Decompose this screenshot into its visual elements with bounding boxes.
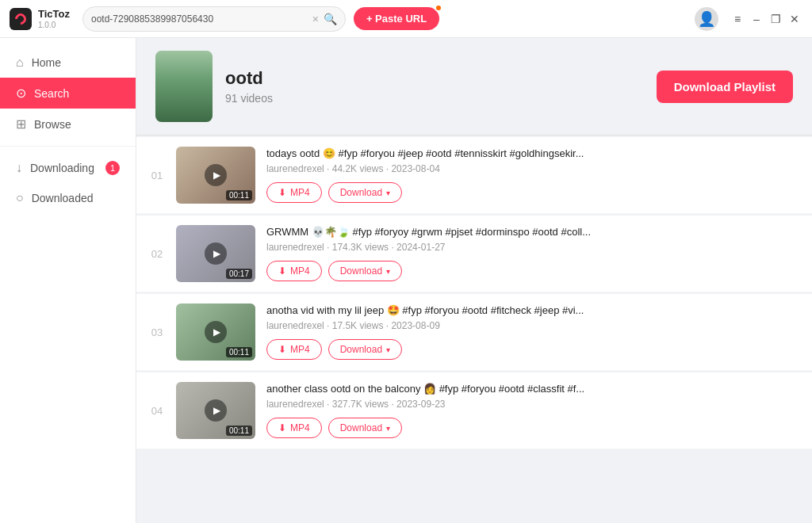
video-actions: ⬇ MP4 Download ▾: [266, 418, 799, 438]
playlist-videos-label: videos: [240, 92, 272, 105]
video-list-item: 04 ▶ 00:11 another class ootd on the bal…: [136, 372, 812, 449]
titlebar: TicToz 1.0.0 ootd-7290885389987056430 × …: [0, 0, 812, 38]
download-button[interactable]: Download ▾: [328, 261, 402, 281]
play-icon: ▶: [213, 326, 220, 338]
sidebar-divider: [0, 146, 136, 147]
download-label: Download: [340, 187, 382, 198]
avatar[interactable]: 👤: [695, 7, 718, 31]
app-name: TicToz: [38, 8, 70, 21]
restore-button[interactable]: ❐: [768, 11, 783, 27]
video-info: todays ootd 😊 #fyp #foryou #jeep #ootd #…: [266, 147, 799, 203]
video-number: 02: [149, 248, 165, 260]
browse-icon: ⊞: [16, 116, 26, 132]
video-meta: laurenedrexel · 17.5K views · 2023-08-09: [266, 320, 799, 331]
menu-icon[interactable]: ≡: [730, 11, 745, 27]
play-circle: ▶: [205, 164, 227, 186]
sidebar-item-downloaded[interactable]: ○ Downloaded: [0, 183, 136, 213]
video-title: todays ootd 😊 #fyp #foryou #jeep #ootd #…: [266, 147, 799, 159]
playlist-header: ootd 91 videos Download Playlist: [136, 38, 812, 136]
video-meta: laurenedrexel · 174.3K views · 2024-01-2…: [266, 242, 799, 253]
download-button[interactable]: Download ▾: [328, 182, 402, 203]
main-layout: ⌂ Home ⊙ Search ⊞ Browse ↓ Downloading 1…: [0, 38, 812, 523]
app-name-block: TicToz 1.0.0: [38, 8, 70, 29]
chevron-down-icon: ▾: [386, 189, 390, 197]
mp4-label: MP4: [290, 187, 310, 198]
download-label: Download: [340, 422, 382, 433]
url-clear-icon[interactable]: ×: [312, 13, 319, 25]
video-actions: ⬇ MP4 Download ▾: [266, 339, 799, 360]
download-label: Download: [340, 344, 382, 355]
video-info: GRWMM 💀🌴🍃 #fyp #foryoy #grwm #pjset #dor…: [266, 226, 799, 281]
mp4-label: MP4: [290, 422, 310, 433]
chevron-down-icon: ▾: [386, 345, 390, 354]
mp4-button[interactable]: ⬇ MP4: [266, 339, 322, 360]
video-title: anotha vid with my lil jeep 🤩 #fyp #fory…: [266, 304, 799, 316]
playlist-thumbnail: [155, 51, 213, 122]
playlist-meta: 91 videos: [225, 92, 644, 105]
video-list-item: 01 ▶ 00:11 todays ootd 😊 #fyp #foryou #j…: [136, 137, 812, 214]
sidebar-item-home[interactable]: ⌂ Home: [0, 48, 136, 78]
mp4-button[interactable]: ⬇ MP4: [266, 182, 322, 203]
avatar-icon: 👤: [698, 10, 715, 28]
video-list-item: 02 ▶ 00:17 GRWMM 💀🌴🍃 #fyp #foryoy #grwm …: [136, 216, 812, 292]
video-info: another class ootd on the balcony 👩 #fyp…: [266, 383, 799, 438]
video-thumbnail: ▶ 00:11: [176, 303, 255, 361]
duration-badge: 00:17: [226, 269, 252, 279]
play-icon: ▶: [213, 405, 220, 416]
mp4-button[interactable]: ⬇ MP4: [266, 418, 322, 438]
video-number: 01: [149, 170, 165, 181]
sidebar-item-browse-label: Browse: [34, 118, 71, 131]
download-button[interactable]: Download ▾: [328, 418, 402, 438]
video-list: 01 ▶ 00:11 todays ootd 😊 #fyp #foryou #j…: [136, 136, 812, 523]
minimize-button[interactable]: –: [749, 11, 764, 27]
play-icon: ▶: [213, 170, 220, 181]
video-number: 03: [149, 326, 165, 338]
video-thumbnail: ▶ 00:17: [176, 225, 255, 282]
mp4-label: MP4: [290, 344, 310, 355]
video-actions: ⬇ MP4 Download ▾: [266, 261, 799, 281]
sidebar-item-downloading-label: Downloading: [30, 162, 94, 174]
sidebar-item-search[interactable]: ⊙ Search: [0, 78, 136, 109]
duration-badge: 00:11: [226, 347, 252, 357]
sidebar-item-downloading[interactable]: ↓ Downloading 1: [0, 153, 136, 183]
content-area: ootd 91 videos Download Playlist 01 ▶ 00…: [136, 38, 812, 523]
playlist-info: ootd 91 videos: [225, 68, 644, 105]
app-logo: [10, 8, 32, 30]
video-meta: laurenedrexel · 44.2K views · 2023-08-04: [266, 163, 799, 174]
duration-badge: 00:11: [226, 426, 252, 436]
download-small-icon: ⬇: [278, 265, 286, 277]
url-bar[interactable]: ootd-7290885389987056430 × 🔍: [82, 6, 346, 32]
sidebar-item-search-label: Search: [34, 87, 69, 100]
close-button[interactable]: ✕: [787, 11, 802, 27]
downloading-icon: ↓: [16, 161, 22, 175]
video-meta: laurenedrexel · 327.7K views · 2023-09-2…: [266, 399, 799, 410]
play-circle: ▶: [205, 399, 227, 422]
video-actions: ⬇ MP4 Download ▾: [266, 182, 799, 203]
playlist-thumb-image: [155, 51, 213, 122]
search-nav-icon: ⊙: [16, 86, 26, 101]
video-list-item: 03 ▶ 00:11 anotha vid with my lil jeep 🤩…: [136, 294, 812, 371]
downloaded-icon: ○: [16, 191, 24, 205]
app-version: 1.0.0: [38, 21, 70, 29]
home-icon: ⌂: [16, 55, 24, 70]
search-icon[interactable]: 🔍: [324, 13, 337, 25]
sidebar-item-browse[interactable]: ⊞ Browse: [0, 109, 136, 139]
play-circle: ▶: [205, 242, 227, 265]
paste-url-button[interactable]: + Paste URL: [354, 7, 439, 30]
video-thumbnail: ▶ 00:11: [176, 147, 255, 204]
url-text: ootd-7290885389987056430: [91, 13, 308, 25]
download-button[interactable]: Download ▾: [328, 339, 402, 360]
download-playlist-button[interactable]: Download Playlist: [657, 71, 793, 103]
duration-badge: 00:11: [226, 190, 252, 200]
play-icon: ▶: [213, 248, 220, 259]
paste-badge: [435, 4, 442, 12]
playlist-title: ootd: [225, 68, 644, 89]
video-title: GRWMM 💀🌴🍃 #fyp #foryoy #grwm #pjset #dor…: [266, 226, 799, 238]
mp4-button[interactable]: ⬇ MP4: [266, 261, 322, 281]
video-info: anotha vid with my lil jeep 🤩 #fyp #fory…: [266, 304, 799, 360]
download-label: Download: [340, 265, 382, 277]
video-number: 04: [149, 405, 165, 417]
downloading-badge: 1: [105, 161, 120, 175]
download-small-icon: ⬇: [278, 422, 286, 433]
video-title: another class ootd on the balcony 👩 #fyp…: [266, 383, 799, 395]
